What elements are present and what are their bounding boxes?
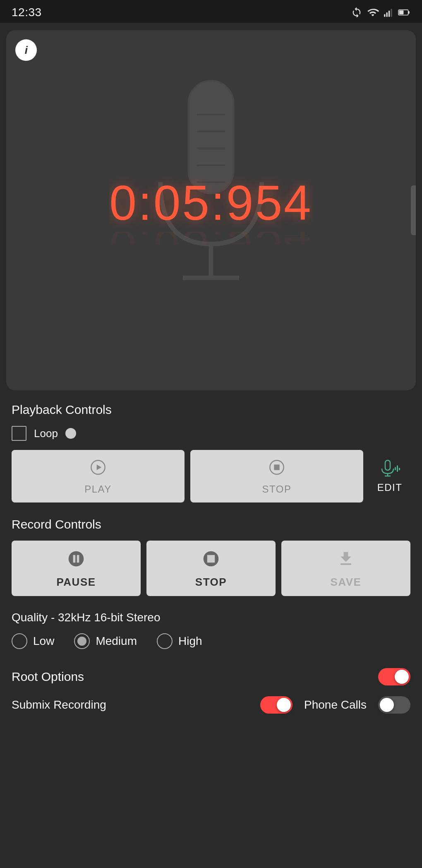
timer-text: 0:05:954 bbox=[109, 176, 312, 230]
save-label: SAVE bbox=[331, 576, 362, 589]
svg-rect-5 bbox=[399, 10, 404, 14]
quality-option-high[interactable]: High bbox=[157, 633, 202, 649]
timer-reflection: 0:05:954 bbox=[109, 232, 312, 244]
status-icons bbox=[351, 7, 410, 18]
edit-button[interactable]: EDIT bbox=[369, 450, 410, 503]
svg-rect-22 bbox=[395, 467, 396, 470]
phone-calls-label: Phone Calls bbox=[304, 698, 367, 712]
radio-medium-inner bbox=[77, 637, 86, 646]
submix-toggle-knob bbox=[277, 698, 291, 712]
svg-marker-16 bbox=[97, 464, 102, 470]
submix-toggle[interactable] bbox=[260, 696, 293, 714]
pause-icon bbox=[67, 550, 85, 572]
play-button[interactable]: PLAY bbox=[12, 450, 185, 503]
svg-rect-18 bbox=[274, 464, 279, 470]
sub-right: Phone Calls bbox=[260, 696, 410, 714]
controls-section: Playback Controls Loop PLAY bbox=[0, 390, 422, 737]
save-button[interactable]: SAVE bbox=[281, 541, 410, 596]
playback-btn-row: PLAY STOP bbox=[12, 450, 410, 503]
playback-stop-icon bbox=[269, 459, 285, 479]
radio-medium[interactable] bbox=[74, 633, 90, 649]
submix-label: Submix Recording bbox=[12, 698, 106, 712]
quality-label-medium: Medium bbox=[96, 635, 137, 648]
info-icon: i bbox=[25, 44, 28, 57]
svg-rect-24 bbox=[399, 468, 400, 470]
scrollbar-handle[interactable] bbox=[411, 185, 416, 235]
recording-area: i 0:05:954 0:05:954 bbox=[6, 30, 415, 390]
svg-rect-2 bbox=[388, 10, 390, 17]
svg-rect-1 bbox=[386, 12, 388, 17]
root-options-row: Root Options bbox=[12, 668, 410, 685]
sub-options-row: Submix Recording Phone Calls bbox=[12, 696, 410, 725]
battery-icon bbox=[398, 7, 410, 18]
play-icon bbox=[90, 459, 106, 479]
status-bar: 12:33 bbox=[0, 0, 422, 23]
quality-option-low[interactable]: Low bbox=[12, 633, 54, 649]
loop-label: Loop bbox=[34, 427, 58, 440]
save-icon bbox=[337, 550, 355, 572]
playback-controls: Playback Controls Loop PLAY bbox=[12, 403, 410, 503]
phone-calls-toggle[interactable] bbox=[378, 696, 410, 714]
record-stop-icon bbox=[202, 550, 220, 572]
svg-rect-19 bbox=[385, 460, 390, 470]
timer-display: 0:05:954 0:05:954 bbox=[109, 176, 312, 244]
svg-rect-23 bbox=[397, 465, 398, 472]
svg-point-25 bbox=[69, 551, 84, 567]
record-stop-button[interactable]: STOP bbox=[146, 541, 276, 596]
edit-icon bbox=[378, 459, 402, 478]
svg-rect-0 bbox=[384, 14, 385, 17]
quality-options: Low Medium High bbox=[12, 633, 410, 649]
radio-high[interactable] bbox=[157, 633, 173, 649]
svg-rect-27 bbox=[77, 555, 79, 563]
edit-label: EDIT bbox=[377, 482, 403, 493]
signal-icon bbox=[383, 7, 394, 18]
sync-icon bbox=[351, 7, 362, 18]
svg-rect-6 bbox=[408, 11, 410, 13]
quality-title: Quality - 32kHz 16-bit Stereo bbox=[12, 611, 410, 624]
quality-label-high: High bbox=[178, 635, 202, 648]
status-time: 12:33 bbox=[12, 6, 42, 19]
wifi-icon bbox=[367, 7, 379, 18]
pause-button[interactable]: PAUSE bbox=[12, 541, 141, 596]
info-button[interactable]: i bbox=[15, 39, 37, 61]
record-controls-title: Record Controls bbox=[12, 517, 410, 531]
root-options-section: Root Options Submix Recording Phone Call… bbox=[12, 668, 410, 725]
loop-checkbox[interactable] bbox=[12, 426, 26, 441]
loop-row: Loop bbox=[12, 426, 410, 441]
quality-label-low: Low bbox=[33, 635, 54, 648]
play-label: PLAY bbox=[84, 483, 112, 495]
root-options-toggle[interactable] bbox=[378, 668, 410, 685]
root-options-toggle-knob bbox=[395, 670, 409, 684]
svg-rect-26 bbox=[73, 555, 76, 563]
phone-calls-toggle-knob bbox=[380, 698, 394, 712]
svg-rect-3 bbox=[391, 9, 392, 17]
playback-stop-button[interactable]: STOP bbox=[190, 450, 363, 503]
root-options-title: Root Options bbox=[12, 670, 84, 684]
quality-section: Quality - 32kHz 16-bit Stereo Low Medium… bbox=[12, 611, 410, 649]
record-btn-row: PAUSE STOP SAVE bbox=[12, 541, 410, 596]
record-stop-label: STOP bbox=[195, 576, 227, 589]
svg-rect-29 bbox=[207, 555, 215, 563]
radio-low[interactable] bbox=[12, 633, 27, 649]
quality-option-medium[interactable]: Medium bbox=[74, 633, 137, 649]
record-controls: Record Controls PAUSE bbox=[12, 517, 410, 596]
loop-toggle-dot bbox=[65, 428, 76, 439]
playback-stop-label: STOP bbox=[262, 483, 292, 495]
playback-controls-title: Playback Controls bbox=[12, 403, 410, 417]
pause-label: PAUSE bbox=[56, 576, 96, 589]
